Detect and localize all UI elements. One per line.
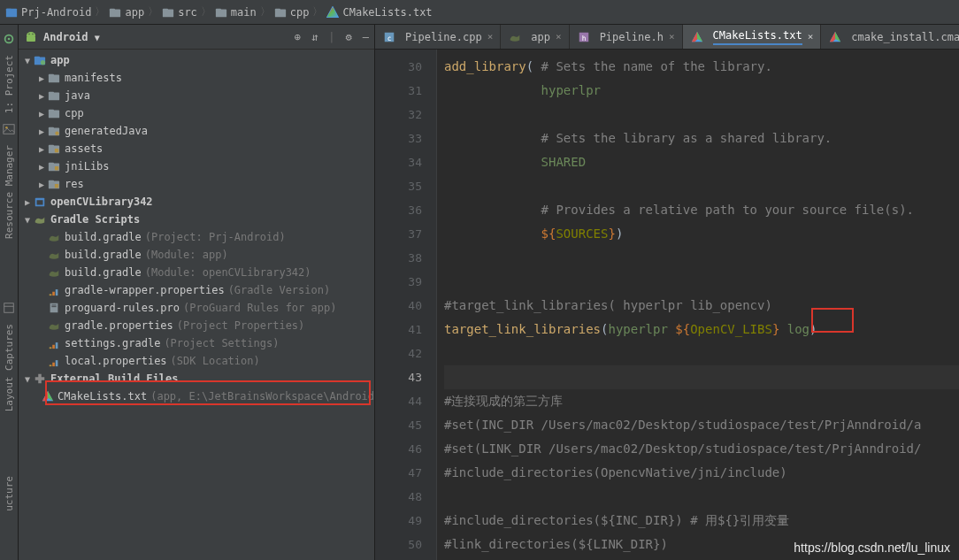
project-tool-window: Android ▼ ⊕ ⇵ | ⚙ — ▼app▶manifests▶java▶… bbox=[19, 25, 375, 560]
svg-rect-44 bbox=[50, 294, 52, 295]
rail-layout-captures[interactable]: Layout Captures bbox=[4, 324, 15, 411]
code-line: #set(LINK_DIR /Users/mac02/Desktop/studi… bbox=[444, 437, 959, 461]
folder-icon bbox=[47, 72, 61, 84]
tree-label: build.gradle bbox=[65, 249, 142, 261]
tree-item[interactable]: ▶jniLibs bbox=[19, 157, 374, 175]
svg-rect-43 bbox=[37, 200, 43, 204]
svg-rect-22 bbox=[35, 57, 40, 59]
cmake-icon bbox=[42, 390, 54, 403]
close-icon[interactable]: × bbox=[669, 31, 675, 42]
line-number: 31 bbox=[375, 79, 422, 103]
image-icon bbox=[3, 123, 15, 135]
editor-tab[interactable]: cPipeline.cpp× bbox=[375, 25, 501, 49]
code-line: SHARED bbox=[444, 150, 959, 174]
tree-item[interactable]: ▶assets bbox=[19, 140, 374, 157]
tree-item[interactable]: ·local.properties(SDK Location) bbox=[19, 352, 374, 370]
tree-item[interactable]: ·CMakeLists.txt(app, E:\JetBrainsWorkspa… bbox=[19, 387, 374, 405]
code-content[interactable]: add_library( # Sets the name of the libr… bbox=[437, 50, 959, 560]
line-number: 46 bbox=[375, 437, 422, 461]
layout-icon bbox=[3, 302, 15, 314]
code-line bbox=[444, 485, 959, 509]
tree-hint: (app, E:\JetBrainsWorkspace\Android bbox=[150, 390, 374, 403]
editor[interactable]: 3031323334353637383940414243444546474849… bbox=[375, 50, 959, 560]
svg-rect-29 bbox=[49, 110, 54, 112]
tree-item[interactable]: ·gradle.properties(Project Properties) bbox=[19, 317, 374, 334]
svg-rect-18 bbox=[27, 36, 35, 42]
tree-item[interactable]: ·gradle-wrapper.properties(Gradle Versio… bbox=[19, 281, 374, 299]
tree-label: jniLibs bbox=[65, 160, 110, 173]
tree-item[interactable]: ·build.gradle(Project: Prj-Android) bbox=[19, 228, 374, 246]
tree-hint: (Project Settings) bbox=[164, 337, 279, 349]
tree-hint: (ProGuard Rules for app) bbox=[183, 302, 336, 314]
close-icon[interactable]: × bbox=[556, 31, 562, 42]
module-icon bbox=[33, 196, 47, 208]
rail-resource-manager[interactable]: Resource Manager bbox=[4, 145, 15, 239]
tree-item[interactable]: ▼app bbox=[19, 51, 374, 69]
svg-text:c: c bbox=[387, 34, 392, 42]
target-icon[interactable]: ⊕ bbox=[295, 31, 301, 43]
rail-structure[interactable]: ucture bbox=[4, 476, 15, 511]
breadcrumb-item[interactable]: CMakeLists.txt bbox=[326, 6, 432, 19]
code-line bbox=[444, 103, 959, 127]
breadcrumb-item[interactable]: app bbox=[109, 6, 144, 19]
tree-item[interactable]: ▶cpp bbox=[19, 104, 374, 122]
breadcrumb-item[interactable]: main bbox=[215, 6, 257, 19]
tree-label: build.gradle bbox=[65, 266, 142, 279]
tree-item[interactable]: ▶generatedJava bbox=[19, 122, 374, 140]
tree-item[interactable]: ▶manifests bbox=[19, 69, 374, 87]
svg-rect-38 bbox=[55, 166, 58, 170]
gradle-icon bbox=[508, 31, 522, 43]
chevron-right-icon: 〉 bbox=[260, 4, 271, 19]
line-number: 30 bbox=[375, 55, 422, 79]
tree-item[interactable]: ▼Gradle Scripts bbox=[19, 211, 374, 228]
folder-icon bbox=[47, 107, 61, 119]
tree-label: build.gradle bbox=[65, 231, 142, 243]
tree-item[interactable]: ·settings.gradle(Project Settings) bbox=[19, 334, 374, 352]
tree-label: manifests bbox=[65, 72, 122, 84]
editor-tab[interactable]: cmake_install.cmake× bbox=[821, 25, 959, 49]
minimize-icon[interactable]: — bbox=[363, 31, 369, 43]
line-number: 41 bbox=[375, 318, 422, 341]
tree-label: app bbox=[50, 54, 70, 66]
code-line: #连接现成的第三方库 bbox=[444, 389, 959, 413]
editor-tab[interactable]: hPipeline.h× bbox=[570, 25, 683, 49]
svg-rect-25 bbox=[49, 74, 54, 77]
breadcrumb-item[interactable]: cpp bbox=[274, 6, 310, 19]
breadcrumb-item[interactable]: src bbox=[162, 6, 197, 19]
tree-item[interactable]: ·build.gradle(Module: app) bbox=[19, 246, 374, 264]
breadcrumb-item[interactable]: Prj-Android bbox=[5, 6, 91, 19]
code-line bbox=[444, 341, 959, 365]
line-number: 49 bbox=[375, 509, 422, 533]
chevron-right-icon: 〉 bbox=[312, 4, 323, 19]
editor-tab[interactable]: app× bbox=[501, 25, 569, 49]
tab-label: CMakeLists.txt bbox=[713, 29, 802, 45]
tree-item[interactable]: ▶openCVLibrary342 bbox=[19, 193, 374, 211]
tab-label: Pipeline.cpp bbox=[405, 31, 482, 43]
build-cat-icon bbox=[33, 372, 47, 385]
close-icon[interactable]: × bbox=[808, 31, 814, 42]
close-icon[interactable]: × bbox=[487, 31, 494, 42]
line-number: 39 bbox=[375, 270, 422, 294]
editor-tabs: cPipeline.cpp×app×hPipeline.h×CMakeLists… bbox=[375, 25, 959, 50]
line-number: 32 bbox=[375, 103, 422, 127]
view-mode-dropdown[interactable]: Android ▼ bbox=[43, 31, 100, 43]
tree-item[interactable]: ▼External Build Files bbox=[19, 370, 374, 387]
tree-item[interactable]: ▶java bbox=[19, 87, 374, 104]
tree-hint: (Module: app) bbox=[145, 249, 228, 261]
svg-rect-52 bbox=[56, 342, 58, 349]
svg-rect-9 bbox=[275, 8, 280, 11]
project-tree[interactable]: ▼app▶manifests▶java▶cpp▶generatedJava▶as… bbox=[19, 50, 374, 560]
collapse-icon[interactable]: ⇵ bbox=[311, 31, 318, 43]
tree-label: proguard-rules.pro bbox=[65, 302, 180, 314]
android-icon bbox=[24, 30, 38, 44]
props-icon bbox=[47, 284, 61, 296]
tree-item[interactable]: ·proguard-rules.pro(ProGuard Rules for a… bbox=[19, 299, 374, 317]
tree-item[interactable]: ·build.gradle(Module: openCVLibrary342) bbox=[19, 264, 374, 281]
gear-icon[interactable]: ⚙ bbox=[346, 31, 352, 43]
tree-item[interactable]: ▶res bbox=[19, 175, 374, 193]
chevron-right-icon: 〉 bbox=[95, 4, 105, 19]
tree-label: local.properties bbox=[65, 355, 167, 367]
rail-project[interactable]: 1: Project bbox=[4, 55, 15, 113]
editor-tab[interactable]: CMakeLists.txt× bbox=[683, 25, 822, 49]
cmake-icon bbox=[690, 31, 704, 43]
